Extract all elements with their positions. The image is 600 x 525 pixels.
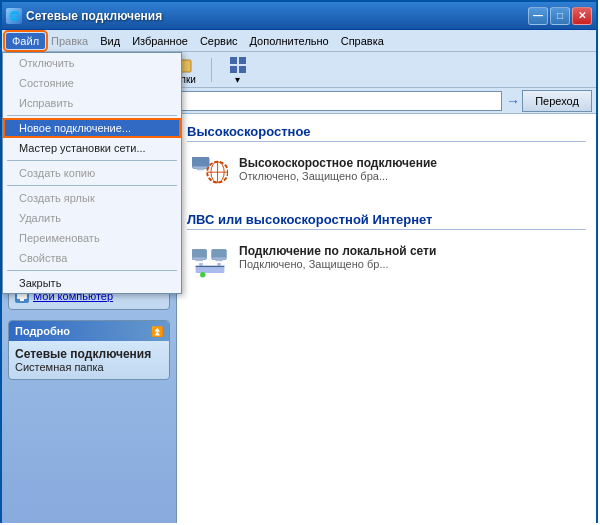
go-button[interactable]: Переход: [522, 90, 592, 112]
lan-connection-icon: [191, 244, 229, 282]
separator-4: [7, 270, 177, 271]
menu-rename[interactable]: Переименовать: [3, 228, 181, 248]
svg-rect-43: [215, 259, 222, 261]
svg-rect-46: [196, 266, 225, 268]
highspeed-connection-text: Высокоскоростное подключение Отключено, …: [239, 156, 437, 182]
menu-service[interactable]: Сервис: [194, 33, 244, 49]
highspeed-connection[interactable]: Высокоскоростное подключение Отключено, …: [187, 150, 586, 200]
sidebar-details-content: Сетевые подключения Системная папка: [9, 341, 169, 379]
menu-additional[interactable]: Дополнительно: [244, 33, 335, 49]
maximize-button[interactable]: □: [550, 7, 570, 25]
menu-delete[interactable]: Удалить: [3, 208, 181, 228]
separator-1: [7, 115, 177, 116]
minimize-button[interactable]: —: [528, 7, 548, 25]
lan-connection-text: Подключение по локальной сети Подключено…: [239, 244, 436, 270]
menu-view[interactable]: Вид: [94, 33, 126, 49]
highspeed-connection-icon: [191, 156, 229, 194]
menu-properties[interactable]: Свойства: [3, 248, 181, 268]
lan-connection[interactable]: Подключение по локальной сети Подключено…: [187, 238, 586, 288]
svg-rect-12: [230, 57, 237, 64]
menu-disconnect[interactable]: Отключить: [3, 53, 181, 73]
menu-repair[interactable]: Исправить: [3, 93, 181, 113]
title-bar-left: 🌐 Сетевые подключения: [6, 8, 162, 24]
lan-connection-status: Подключено, Защищено бр...: [239, 258, 436, 270]
svg-rect-15: [239, 66, 246, 73]
separator-2: [7, 160, 177, 161]
lan-section-title: ЛВС или высокоскоростной Интернет: [187, 212, 586, 230]
window-title: Сетевые подключения: [26, 9, 162, 23]
go-label: Переход: [535, 95, 579, 107]
menu-shortcut[interactable]: Создать ярлык: [3, 188, 181, 208]
content-area: Высокоскоростное Высокоскорос: [177, 114, 596, 523]
svg-rect-45: [217, 263, 221, 266]
file-dropdown-menu: Отключить Состояние Исправить Новое подк…: [2, 52, 182, 294]
sidebar-details-header[interactable]: Подробно ⏫: [9, 321, 169, 341]
svg-rect-14: [230, 66, 237, 73]
go-arrow-icon: →: [506, 93, 520, 109]
menu-edit[interactable]: Правка: [45, 33, 94, 49]
menu-file[interactable]: Файл: [6, 33, 45, 49]
menu-favorites[interactable]: Избранное: [126, 33, 194, 49]
svg-rect-40: [196, 259, 203, 261]
close-button[interactable]: ✕: [572, 7, 592, 25]
menu-wizard[interactable]: Мастер установки сети...: [3, 138, 181, 158]
menu-status[interactable]: Состояние: [3, 73, 181, 93]
sidebar-section-details: Подробно ⏫ Сетевые подключения Системная…: [8, 320, 170, 380]
sidebar-details-type: Системная папка: [15, 361, 163, 373]
svg-point-48: [200, 272, 205, 277]
main-window: 🌐 Сетевые подключения — □ ✕ Файл Правка …: [0, 0, 598, 523]
views-button[interactable]: ▾: [220, 52, 256, 88]
svg-rect-44: [199, 263, 203, 266]
svg-rect-39: [192, 250, 206, 258]
menubar: Файл Правка Вид Избранное Сервис Дополни…: [2, 30, 596, 52]
title-bar: 🌐 Сетевые подключения — □ ✕: [2, 2, 596, 30]
lan-connection-name: Подключение по локальной сети: [239, 244, 436, 258]
menu-new-connection[interactable]: Новое подключение...: [3, 118, 181, 138]
svg-rect-13: [239, 57, 246, 64]
svg-rect-30: [20, 299, 24, 301]
highspeed-connection-status: Отключено, Защищено бра...: [239, 170, 437, 182]
svg-rect-33: [197, 168, 205, 170]
details-collapse-btn[interactable]: ⏫: [151, 326, 163, 337]
menu-copy[interactable]: Создать копию: [3, 163, 181, 183]
sidebar-details-name: Сетевые подключения: [15, 347, 163, 361]
toolbar-separator-2: [211, 58, 212, 82]
svg-rect-47: [196, 268, 225, 273]
window-icon: 🌐: [6, 8, 22, 24]
title-buttons: — □ ✕: [528, 7, 592, 25]
menu-close[interactable]: Закрыть: [3, 273, 181, 293]
separator-3: [7, 185, 177, 186]
menu-help[interactable]: Справка: [335, 33, 390, 49]
highspeed-section-title: Высокоскоростное: [187, 124, 586, 142]
svg-rect-42: [212, 250, 226, 258]
svg-rect-32: [192, 157, 209, 166]
highspeed-connection-name: Высокоскоростное подключение: [239, 156, 437, 170]
